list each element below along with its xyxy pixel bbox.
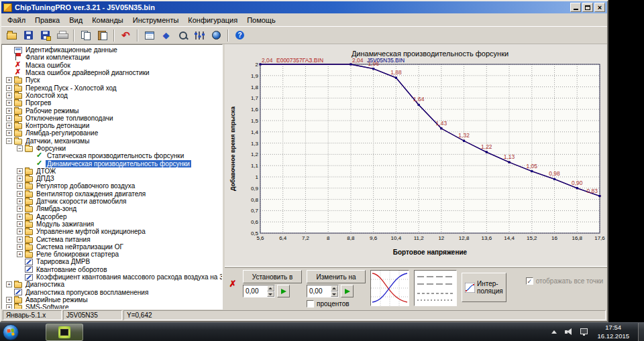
tree[interactable]: Идентификационные данныеФлаги комплектац… xyxy=(1,44,223,310)
taskbar-clock[interactable]: 17:54 16.12.2015 xyxy=(597,324,629,340)
minimize-button[interactable] xyxy=(570,3,581,12)
change-spin-buttons[interactable] xyxy=(331,285,338,297)
tree-item[interactable]: +Адсорбер xyxy=(3,213,222,220)
tree-toggle[interactable]: + xyxy=(17,176,23,182)
menu-item[interactable]: Конфигурация xyxy=(183,15,242,25)
close-button[interactable]: × xyxy=(594,3,605,12)
tree-toggle[interactable]: + xyxy=(6,77,12,83)
spin-up-icon[interactable] xyxy=(267,285,274,291)
tree-item-label[interactable]: Модуль зажигания xyxy=(35,220,95,228)
paste-button[interactable] xyxy=(94,27,111,43)
menu-item[interactable]: Правка xyxy=(30,15,64,25)
change-value-spinner[interactable]: 0,00 xyxy=(307,285,339,297)
tree-item[interactable]: +Реле блокировки стартера xyxy=(3,251,222,258)
set-value-spinner[interactable]: 0,00 xyxy=(243,285,275,297)
tree-item-label[interactable]: Реле блокировки стартера xyxy=(35,251,120,258)
spin-down-icon[interactable] xyxy=(267,291,274,297)
tree-item-label[interactable]: Динамическая производительность форсунки xyxy=(46,160,191,167)
tree-item-label[interactable]: Флаги комплектации xyxy=(24,54,91,61)
tree-item[interactable]: +Отключение топливоподачи xyxy=(3,115,222,122)
tree-item[interactable]: +Лямбда-регулирование xyxy=(3,129,222,137)
percent-checkbox[interactable]: процентов xyxy=(307,300,366,308)
tree-item-label[interactable]: Управление муфтой кондиционера xyxy=(35,228,147,235)
set-to-button[interactable]: Установить в xyxy=(243,270,302,283)
tree-toggle[interactable]: + xyxy=(6,297,12,303)
tree-item[interactable]: Маска ошибок драйверной диагностики xyxy=(3,69,222,76)
tree-item[interactable]: +Прогрев xyxy=(3,99,222,107)
undo-button[interactable] xyxy=(117,27,134,43)
tree-toggle[interactable]: + xyxy=(17,206,23,212)
checkbox-icon[interactable]: ✓ xyxy=(526,277,533,285)
set-spin-buttons[interactable] xyxy=(267,285,274,297)
tree-item[interactable]: +Система питания xyxy=(3,235,222,243)
copy-button[interactable] xyxy=(77,27,94,43)
tree-item[interactable]: Маска ошибок xyxy=(3,62,222,69)
tree-item[interactable]: Динамическая производительность форсунки xyxy=(3,159,222,167)
menu-item[interactable]: Файл xyxy=(3,15,30,25)
tree-item[interactable]: −Датчики, механизмы xyxy=(3,137,222,145)
tree-toggle[interactable]: + xyxy=(17,236,23,243)
tree-item-label[interactable]: Квантование оборотов xyxy=(35,266,108,273)
menu-item[interactable]: Команды xyxy=(87,15,128,25)
tree-item[interactable]: +ДПДЗ xyxy=(3,175,222,182)
help-button[interactable] xyxy=(231,27,248,43)
tree-item-label[interactable]: Маска ошибок xyxy=(24,62,72,69)
tree-item-label[interactable]: Лямбда-зонд xyxy=(35,205,78,212)
tree-item[interactable]: +Переход Пуск - Холостой ход xyxy=(3,84,222,91)
change-by-button[interactable]: Изменить на xyxy=(307,270,366,283)
tree-item-label[interactable]: Пуск xyxy=(24,76,41,84)
tree-item-label[interactable]: Адсорбер xyxy=(35,213,68,220)
menu-item[interactable]: Помощь xyxy=(242,15,280,25)
tree-toggle[interactable]: + xyxy=(6,304,12,310)
tree-toggle[interactable]: + xyxy=(17,191,23,197)
titlebar[interactable]: ChipTuningPRO ver.3.21 - J5V05N35.bin × xyxy=(1,1,607,13)
tree-item-label[interactable]: Датчик скорости автомобиля xyxy=(35,198,127,205)
tree-item-label[interactable]: ДПДЗ xyxy=(35,175,56,182)
tree-item[interactable]: +Лямбда-зонд xyxy=(3,205,222,212)
apply-set-button[interactable] xyxy=(277,285,290,297)
tree-item-label[interactable]: Рабочие режимы xyxy=(24,107,80,115)
menu-item[interactable]: Вид xyxy=(64,15,87,25)
tree-item[interactable]: +Аварийные режимы xyxy=(3,296,222,303)
tree-item-label[interactable]: Холостой ход xyxy=(24,92,69,99)
tree-toggle[interactable]: − xyxy=(17,145,23,151)
globe-button[interactable] xyxy=(208,27,225,43)
tree-item[interactable]: +Холостой ход xyxy=(3,92,222,99)
tree-item[interactable]: +Вентилятор охлаждения двигателя xyxy=(3,190,222,198)
tree-toggle[interactable]: + xyxy=(17,221,23,227)
network-icon[interactable] xyxy=(579,328,588,337)
apply-change-button[interactable] xyxy=(341,285,354,297)
line-style-options[interactable] xyxy=(414,270,457,306)
tree-toggle[interactable]: + xyxy=(6,281,12,287)
tree-item-label[interactable]: SMS-Software xyxy=(24,303,70,310)
tree-item[interactable]: Коэффициент квантования массового расход… xyxy=(3,273,222,281)
tree-toggle[interactable]: + xyxy=(17,214,23,220)
interpolation-button[interactable]: Интер- поляция xyxy=(462,273,506,302)
tree-item[interactable]: Тарировка ДМРВ xyxy=(3,258,222,265)
tree-item[interactable]: +Система нейтрализации ОГ xyxy=(3,243,222,251)
tree-toggle[interactable]: − xyxy=(6,138,12,144)
tree-item[interactable]: Флаги комплектации xyxy=(3,54,222,61)
tree-item[interactable]: +Контроль детонации xyxy=(3,122,222,129)
show-all-points-checkbox[interactable]: ✓ отображать все точки xyxy=(526,277,603,285)
tree-item-label[interactable]: Идентификационные данные xyxy=(24,46,119,54)
tree-toggle[interactable]: + xyxy=(6,115,12,121)
table-view-button[interactable] xyxy=(141,27,158,43)
tree-item-label[interactable]: Коэффициент квантования массового расход… xyxy=(35,273,223,281)
tree-item-label[interactable]: Лямбда-регулирование xyxy=(24,129,99,137)
tree-item-label[interactable]: Диагностика пропусков воспламенения xyxy=(24,289,150,296)
tree-toggle[interactable]: + xyxy=(6,130,12,136)
tree-item-label[interactable]: Система нейтрализации ОГ xyxy=(35,243,125,251)
curve-preview[interactable] xyxy=(370,270,409,306)
volume-icon[interactable] xyxy=(564,328,574,337)
tree-item-label[interactable]: ДТОЖ xyxy=(35,167,57,175)
chart[interactable]: 5,66,47,288,89,610,411,21212,813,614,415… xyxy=(227,46,606,265)
tree-item-label[interactable]: Прогрев xyxy=(24,99,52,107)
tree-item-label[interactable]: Диагностика xyxy=(24,281,66,288)
tree-item-label[interactable]: Вентилятор охлаждения двигателя xyxy=(35,190,147,198)
tree-item[interactable]: +Диагностика xyxy=(3,281,222,288)
tree-toggle[interactable]: + xyxy=(6,108,12,114)
compare-button[interactable] xyxy=(158,27,174,43)
tree-item[interactable]: Идентификационные данные xyxy=(3,46,222,54)
tree-item-label[interactable]: Контроль детонации xyxy=(24,122,91,129)
